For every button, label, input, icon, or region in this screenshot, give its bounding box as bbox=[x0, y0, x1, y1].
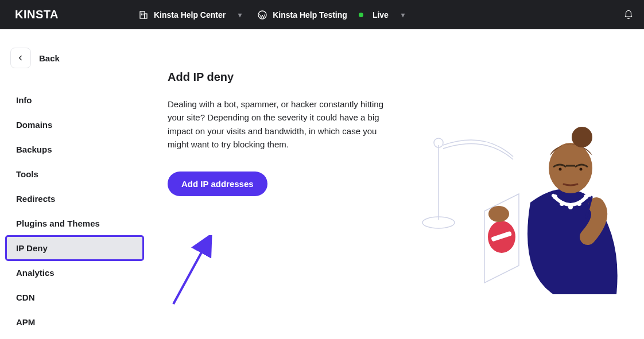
sidebar-item-label: Domains bbox=[16, 120, 52, 130]
sidebar-item-label: Tools bbox=[16, 169, 38, 179]
svg-point-21 bbox=[580, 168, 583, 171]
site-selector-label: Kinsta Help Testing bbox=[273, 10, 347, 20]
svg-point-22 bbox=[488, 206, 509, 222]
svg-rect-3 bbox=[142, 13, 143, 14]
svg-point-16 bbox=[584, 194, 588, 199]
svg-rect-1 bbox=[145, 14, 147, 18]
back-link[interactable]: Back bbox=[6, 48, 143, 68]
sidebar-item-apm[interactable]: APM bbox=[6, 310, 143, 334]
notifications-icon[interactable] bbox=[623, 10, 634, 20]
sidebar-item-analytics[interactable]: Analytics bbox=[6, 260, 143, 285]
sidebar-item-label: APM bbox=[16, 317, 35, 327]
topbar: KINSTA Kinsta Help Center ▾ Kinsta Help … bbox=[0, 0, 644, 29]
environment-label: Live bbox=[373, 10, 389, 20]
back-arrow-icon bbox=[10, 48, 31, 68]
sidebar-item-label: IP Deny bbox=[16, 243, 48, 253]
sidebar-item-label: Backups bbox=[16, 145, 52, 154]
ip-deny-panel: Add IP deny Dealing with a bot, spammer,… bbox=[149, 43, 644, 330]
building-icon bbox=[139, 10, 148, 20]
svg-point-13 bbox=[560, 201, 564, 206]
sidebar-item-label: Redirects bbox=[16, 194, 55, 204]
site-selector[interactable]: Kinsta Help Testing bbox=[258, 10, 347, 20]
page-description: Dealing with a bot, spammer, or hacker c… bbox=[168, 98, 397, 151]
sidebar: Back Info Domains Backups Tools Redirect… bbox=[0, 29, 149, 339]
svg-point-20 bbox=[559, 168, 562, 171]
page-title: Add IP deny bbox=[168, 71, 397, 84]
illustration-area bbox=[416, 71, 616, 302]
sidebar-item-redirects[interactable]: Redirects bbox=[6, 186, 143, 211]
svg-point-15 bbox=[577, 201, 581, 206]
svg-point-12 bbox=[553, 194, 557, 199]
button-label: Add IP addresses bbox=[181, 179, 254, 189]
sidebar-nav: Info Domains Backups Tools Redirects Plu… bbox=[6, 88, 143, 334]
sidebar-item-tools[interactable]: Tools bbox=[6, 162, 143, 186]
sidebar-item-plugins-themes[interactable]: Plugins and Themes bbox=[6, 211, 143, 236]
sidebar-item-label: Info bbox=[16, 95, 32, 105]
kinsta-logo: KINSTA bbox=[15, 8, 59, 21]
bouncer-illustration bbox=[416, 122, 622, 306]
sidebar-item-backups[interactable]: Backups bbox=[6, 137, 143, 162]
logo-text: KINSTA bbox=[15, 8, 59, 21]
add-ip-addresses-button[interactable]: Add IP addresses bbox=[168, 172, 267, 196]
sidebar-item-domains[interactable]: Domains bbox=[6, 112, 143, 137]
main-content: Add IP deny Dealing with a bot, spammer,… bbox=[149, 29, 644, 339]
status-live-dot bbox=[359, 13, 363, 17]
chevron-down-icon: ▾ bbox=[401, 11, 405, 19]
sidebar-item-info[interactable]: Info bbox=[6, 88, 143, 112]
sidebar-item-label: CDN bbox=[16, 293, 35, 302]
sidebar-item-label: Analytics bbox=[16, 268, 55, 278]
sidebar-item-label: Plugins and Themes bbox=[16, 219, 100, 228]
sidebar-item-cdn[interactable]: CDN bbox=[6, 285, 143, 310]
wordpress-icon bbox=[258, 10, 267, 20]
svg-rect-5 bbox=[142, 14, 143, 15]
company-selector[interactable]: Kinsta Help Center ▾ bbox=[139, 10, 242, 20]
sidebar-item-ip-deny[interactable]: IP Deny bbox=[6, 236, 143, 260]
environment-selector[interactable]: Live ▾ bbox=[359, 10, 405, 20]
svg-rect-0 bbox=[140, 11, 145, 18]
back-label: Back bbox=[39, 53, 60, 63]
svg-point-18 bbox=[572, 127, 592, 147]
svg-rect-4 bbox=[141, 14, 142, 15]
svg-rect-2 bbox=[141, 13, 142, 14]
company-selector-label: Kinsta Help Center bbox=[154, 10, 226, 20]
svg-point-14 bbox=[568, 205, 573, 209]
chevron-down-icon: ▾ bbox=[238, 11, 242, 19]
app-shell: Back Info Domains Backups Tools Redirect… bbox=[0, 29, 644, 339]
